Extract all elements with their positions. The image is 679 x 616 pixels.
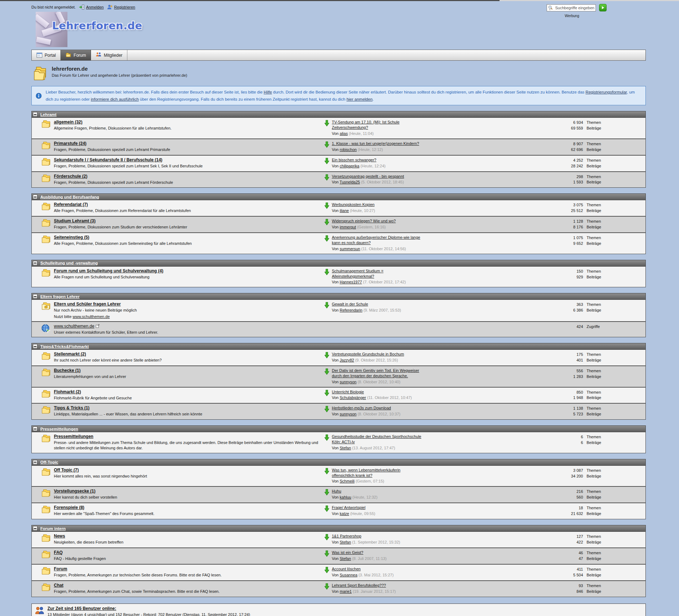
forum-link[interactable]: News [54, 534, 65, 539]
lastpost-title-link[interactable]: Was tun, wenn Lebensmittelverkäuferin of… [332, 468, 400, 478]
collapse-button[interactable] [33, 526, 37, 531]
lastpost-title-link[interactable]: Schulmanagement Studium = Alleinstellung… [332, 269, 384, 278]
register-link[interactable]: Registrieren [107, 4, 135, 10]
lastpost-title-link[interactable]: Frage/ Antwortspiel [332, 505, 365, 510]
lastpost-author-link[interactable]: Schmeili [340, 479, 355, 483]
forum-link[interactable]: Flohmarkt (2) [54, 389, 81, 394]
forum-link[interactable]: Förderschule (2) [54, 174, 87, 179]
lastpost-author-link[interactable]: sunnyson [340, 380, 356, 384]
lastpost-author-link[interactable]: Stefan [340, 540, 351, 544]
lastpost-author-link[interactable]: Stefan [340, 446, 351, 450]
lastpost-author-link[interactable]: Tusnelda25 [340, 180, 360, 184]
goto-lastpost-icon[interactable] [324, 468, 329, 474]
collapse-button[interactable] [33, 426, 37, 431]
lastpost-title-link[interactable]: Huhu [332, 489, 341, 493]
goto-lastpost-icon[interactable] [324, 219, 329, 225]
lastpost-author-link[interactable]: Susannea [340, 573, 358, 577]
goto-lastpost-icon[interactable] [324, 158, 329, 164]
lastpost-title-link[interactable]: Was ist ein Geist? [332, 550, 363, 555]
lastpost-title-link[interactable]: Anerkennung außerbayerischer Diplome-wie… [332, 235, 420, 245]
forum-link[interactable]: allgemein (32) [54, 120, 82, 125]
lastpost-title-link[interactable]: Versetzungsantrag gestellt - bin gespann… [332, 174, 404, 178]
lastpost-author-link[interactable]: alias [340, 131, 348, 136]
forum-link[interactable]: Seiteneinstieg (5) [54, 235, 89, 240]
collapse-button[interactable] [33, 460, 37, 465]
forum-link[interactable]: Forum rund um Schulleitung und Schulverw… [54, 268, 163, 273]
goto-lastpost-icon[interactable] [324, 120, 329, 126]
goto-lastpost-icon[interactable] [324, 505, 329, 511]
lastpost-title-link[interactable]: Herbstlieder-mp3s zum Download [332, 406, 391, 410]
lastpost-title-link[interactable]: 1&1 Partnershop [332, 534, 361, 538]
collapse-button[interactable] [33, 195, 37, 199]
lastpost-title-link[interactable]: Unterricht Biologie [332, 390, 364, 394]
goto-lastpost-icon[interactable] [324, 390, 329, 396]
site-logo[interactable]: Lehrerforen.de [52, 20, 142, 32]
forum-link[interactable]: Stellenmarkt (2) [54, 352, 86, 357]
goto-lastpost-icon[interactable] [324, 534, 329, 540]
lastpost-title-link[interactable]: TV-Sendung am 17.10. (Mi): Ist Schule Ze… [332, 120, 400, 130]
lastpost-author-link[interactable]: iliane [340, 208, 349, 213]
forum-link[interactable]: Eltern und Schüler fragen Lehrer [54, 302, 121, 307]
lastpost-title-link[interactable]: Vertretungsstelle Grundschule in Bochum [332, 352, 404, 356]
lastpost-author-link[interactable]: marie1 [340, 589, 352, 594]
tab-portal[interactable]: Portal [32, 50, 61, 60]
goto-lastpost-icon[interactable] [324, 141, 329, 147]
lastpost-title-link[interactable]: Ein bisschen schwanger? [332, 158, 376, 162]
online-users-title[interactable]: Zur Zeit sind 165 Benutzer online: [47, 606, 116, 611]
lastpost-author-link[interactable]: immergut [340, 225, 356, 229]
forum-link[interactable]: Off Topic (7) [54, 468, 79, 473]
goto-lastpost-icon[interactable] [324, 352, 329, 358]
lastpost-title-link[interactable]: 1. Klasse - was tun bei unge(er)zogenen … [332, 141, 419, 146]
tab-mitglieder[interactable]: Mitglieder [91, 50, 127, 60]
goto-lastpost-icon[interactable] [324, 174, 329, 180]
category-title-link[interactable]: Off-Topic [40, 460, 58, 464]
login-link[interactable]: Anmelden [79, 4, 104, 10]
help-link[interactable]: Hilfe [264, 90, 272, 94]
forum-link[interactable]: FAQ [54, 550, 63, 555]
forum-link[interactable]: Pressemitteilungen [54, 434, 93, 439]
lastpost-author-link[interactable]: Hannes1977 [340, 280, 362, 284]
category-title-link[interactable]: Tipps&Tricks&Flohmarkt [40, 344, 89, 349]
lastpost-author-link[interactable]: kahluu [340, 495, 351, 499]
goto-lastpost-icon[interactable] [324, 368, 329, 374]
category-title-link[interactable]: Schulleitung und -verwaltung [40, 261, 98, 265]
lastpost-title-link[interactable]: Account löschen [332, 567, 361, 571]
forum-link[interactable]: Referendariat (7) [54, 202, 88, 207]
lastpost-author-link[interactable]: Referendarin [340, 308, 363, 312]
goto-lastpost-icon[interactable] [324, 489, 329, 495]
lastpost-author-link[interactable]: chilipaprika [340, 164, 359, 168]
goto-lastpost-icon[interactable] [324, 235, 329, 241]
lastpost-author-link[interactable]: sunnyson [340, 412, 356, 416]
goto-lastpost-icon[interactable] [324, 567, 329, 573]
search-input[interactable] [547, 4, 596, 11]
schulthemen-link[interactable]: www.schulthemen.de [73, 314, 110, 319]
category-title-link[interactable]: Pressemitteilungen [40, 427, 78, 431]
category-title-link[interactable]: Eltern fragen Lehrer [40, 294, 80, 299]
goto-lastpost-icon[interactable] [324, 550, 329, 556]
lastpost-title-link[interactable]: Gesundheitsstudie der Deutschen Sporthoc… [332, 434, 421, 444]
forum-link[interactable]: Forenspiele (8) [54, 505, 84, 510]
lastpost-author-link[interactable]: Stefan [340, 556, 351, 561]
lastpost-title-link[interactable]: Gewalt in der Schule [332, 302, 368, 306]
goto-lastpost-icon[interactable] [324, 583, 329, 589]
goto-lastpost-icon[interactable] [324, 406, 329, 412]
tab-forum[interactable]: Forum [61, 50, 91, 60]
goto-lastpost-icon[interactable] [324, 302, 329, 308]
registration-info-link[interactable]: informiere dich ausführlich [91, 97, 139, 101]
lastpost-author-link[interactable]: katze [340, 511, 349, 516]
collapse-button[interactable] [33, 344, 37, 349]
lastpost-title-link[interactable]: Widerspruch einlegen? Wie und wo? [332, 219, 396, 223]
forum-link[interactable]: Chat [54, 583, 64, 588]
lastpost-author-link[interactable]: robischon [340, 147, 357, 152]
collapse-button[interactable] [33, 261, 37, 266]
forum-link[interactable]: Tipps & Tricks (1) [54, 405, 90, 410]
goto-lastpost-icon[interactable] [324, 202, 329, 208]
external-forum-link[interactable]: www.schulthemen.de [54, 324, 94, 329]
lastpost-author-link[interactable]: Schulabgänger [340, 395, 366, 400]
category-title-link[interactable]: Forum intern [40, 526, 66, 531]
forum-link[interactable]: Studium Lehramt (3) [54, 218, 96, 223]
collapse-button[interactable] [33, 294, 37, 299]
lastpost-author-link[interactable]: summersun [340, 247, 360, 251]
forum-link[interactable]: Forum [54, 566, 67, 571]
lastpost-title-link[interactable]: Der Dativ ist dem Genitiv sein Tod. Ein … [332, 368, 419, 378]
